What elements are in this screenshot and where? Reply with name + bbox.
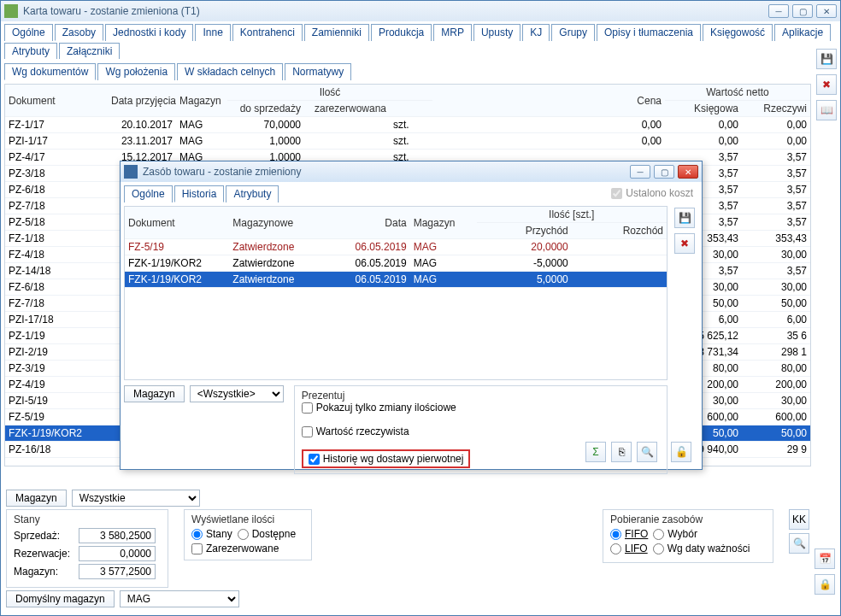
resource-dialog: Zasób towaru - zostanie zmieniony ─ ▢ ✕ …	[120, 161, 703, 470]
unlock-icon[interactable]: 🔓	[671, 442, 691, 462]
tab-inne[interactable]: Inne	[195, 24, 230, 41]
dialog-icon	[124, 165, 138, 179]
dostepne-radio[interactable]: Dostępne	[238, 528, 296, 540]
pobieranie-legend: Pobieranie zasobów	[610, 513, 766, 525]
dialog-magazyn-select[interactable]: <Wszystkie>	[190, 385, 284, 402]
table-row[interactable]: FZ-5/19Zatwierdzone06.05.2019MAG20,0000	[125, 239, 667, 255]
opt-historia-pierwotna[interactable]: Historię wg dostawy pierwotnej	[309, 453, 464, 465]
sprzedaz-value[interactable]	[79, 528, 156, 543]
dcol-przychod[interactable]: Przychód	[477, 223, 572, 239]
kk-button[interactable]: KK	[789, 509, 809, 530]
subtab-wg-po-o-enia[interactable]: Wg położenia	[97, 63, 175, 80]
ustalono-koszt-check[interactable]: Ustalono koszt	[611, 187, 693, 199]
book-icon[interactable]: 📖	[816, 100, 837, 120]
col-ksieg[interactable]: Księgowa	[665, 101, 742, 117]
tab-zamienniki[interactable]: Zamienniki	[304, 24, 369, 41]
tab-upusty[interactable]: Upusty	[473, 24, 520, 41]
table-row[interactable]: FZK-1/19/KOR2Zatwierdzone06.05.2019MAG5,…	[125, 272, 667, 288]
wybor-radio[interactable]: Wybór	[653, 528, 697, 540]
stany-legend: Stany	[14, 513, 161, 525]
magazyn-qty-value[interactable]	[79, 564, 156, 579]
tab-opisy-i-t-umaczenia[interactable]: Opisy i tłumaczenia	[597, 24, 701, 41]
col-dokument[interactable]: Dokument	[5, 85, 108, 117]
magazyn-filter-button[interactable]: Magazyn	[6, 490, 67, 507]
dialog-close-button[interactable]: ✕	[678, 165, 698, 179]
col-data[interactable]: Data przyjęcia	[108, 85, 176, 117]
zoom-icon[interactable]: 🔍	[637, 442, 657, 462]
default-magazyn-select[interactable]: MAG	[120, 590, 239, 607]
tab-atrybuty[interactable]: Atrybuty	[4, 43, 57, 59]
col-rzecz[interactable]: Rzeczywi	[742, 101, 810, 117]
fifo-radio[interactable]: FIFO	[610, 528, 648, 540]
dialog-maximize-button[interactable]: ▢	[654, 165, 674, 179]
tab-zasoby[interactable]: Zasoby	[55, 24, 103, 41]
dialog-save-icon[interactable]: 💾	[674, 208, 695, 228]
magazyn-filter-select[interactable]: Wszystkie	[72, 490, 200, 507]
dialog-tab-atrybuty[interactable]: Atrybuty	[226, 185, 279, 202]
tab-za-czniki[interactable]: Załączniki	[59, 43, 120, 59]
opt-pokazuj-zmiany[interactable]: Pokazuj tylko zmiany ilościowe	[302, 402, 660, 414]
sigma-icon[interactable]: Σ	[585, 442, 606, 462]
maximize-button[interactable]: ▢	[792, 4, 813, 18]
col-wartnetto[interactable]: Wartość netto	[665, 85, 810, 101]
subtab-wg-dokument-w[interactable]: Wg dokumentów	[4, 63, 96, 80]
dcol-magazyn[interactable]: Magazyn	[410, 207, 477, 239]
stany-radio[interactable]: Stany	[191, 528, 232, 540]
dcol-rozchod[interactable]: Rozchód	[572, 223, 667, 239]
subtab-w-sk-adach-celnych[interactable]: W składach celnych	[177, 63, 283, 80]
dcol-data[interactable]: Data	[334, 207, 410, 239]
wyswietlane-group: Wyświetlane ilości Stany Dostępne Zareze…	[184, 509, 312, 560]
col-magazyn[interactable]: Magazyn	[176, 85, 227, 117]
sub-tab-row: Wg dokumentówWg położeniaW składach celn…	[1, 61, 840, 80]
zarezerwowane-check[interactable]: Zarezerwowane	[191, 543, 304, 554]
dcol-dokument[interactable]: Dokument	[125, 207, 229, 239]
col-zarez[interactable]: zarezerwowana	[304, 101, 390, 117]
tab-aplikacje[interactable]: Aplikacje	[774, 24, 831, 41]
col-ilosc[interactable]: Ilość	[227, 85, 432, 101]
tab-kj[interactable]: KJ	[522, 24, 550, 41]
app-icon	[4, 4, 18, 18]
tab-og-lne[interactable]: Ogólne	[4, 24, 53, 41]
save-icon[interactable]: 💾	[816, 49, 837, 69]
subtab-normatywy[interactable]: Normatywy	[285, 63, 351, 80]
wyswietlane-legend: Wyświetlane ilości	[191, 513, 304, 525]
tab-mrp[interactable]: MRP	[433, 24, 472, 41]
lifo-radio[interactable]: LIFO	[610, 543, 648, 554]
col-dosprz[interactable]: do sprzedaży	[227, 101, 304, 117]
dialog-minimize-button[interactable]: ─	[630, 165, 650, 179]
dialog-title: Zasób towaru - zostanie zmieniony	[143, 166, 630, 178]
tab-ksi-gowo-[interactable]: Księgowość	[703, 24, 773, 41]
side-toolbar: 💾 ✖ 📖	[816, 49, 837, 120]
dialog-tab-historia[interactable]: Historia	[174, 185, 225, 202]
stany-group: Stany Sprzedaż: Rezerwacje: Magazyn:	[6, 509, 168, 588]
opt-historia-highlight: Historię wg dostawy pierwotnej	[302, 449, 471, 468]
tab-produkcja[interactable]: Produkcja	[371, 24, 432, 41]
dcol-ilosc[interactable]: Ilość [szt.]	[477, 207, 667, 223]
search-icon[interactable]: 🔍	[789, 533, 809, 554]
dialog-tab-ogólne[interactable]: Ogólne	[124, 185, 173, 202]
col-cena[interactable]: Cena	[614, 85, 665, 117]
wgdaty-radio[interactable]: Wg daty ważności	[653, 543, 750, 554]
bottom-panel: Magazyn Wszystkie Stany Sprzedaż: Rezerw…	[6, 487, 809, 610]
minimize-button[interactable]: ─	[768, 4, 789, 18]
export-icon[interactable]: ⎘	[611, 442, 632, 462]
dialog-delete-icon[interactable]: ✖	[674, 233, 695, 254]
dialog-magazyn-button[interactable]: Magazyn	[124, 385, 185, 402]
calendar-icon[interactable]: 📅	[815, 549, 835, 569]
close-button[interactable]: ✕	[816, 4, 837, 18]
table-row[interactable]: PZI-1/1723.11.2017MAG1,0000szt.0,000,000…	[5, 133, 810, 150]
default-magazyn-button[interactable]: Domyślny magazyn	[6, 590, 115, 607]
dialog-grid[interactable]: Dokument Magazynowe Data Magazyn Ilość […	[124, 206, 668, 380]
opt-wartosc-rzeczywista[interactable]: Wartość rzeczywista	[302, 425, 660, 437]
table-row[interactable]: FZ-1/1720.10.2017MAG70,0000szt.0,000,000…	[5, 117, 810, 133]
magazyn-qty-label: Magazyn:	[14, 566, 74, 578]
dcol-magazynowe[interactable]: Magazynowe	[229, 207, 333, 239]
rezerwacje-value[interactable]	[79, 546, 156, 561]
lock-icon[interactable]: 🔒	[815, 574, 835, 595]
tab-jednostki-i-kody[interactable]: Jednostki i kody	[105, 24, 193, 41]
table-row[interactable]: FZK-1/19/KOR2Zatwierdzone06.05.2019MAG-5…	[125, 255, 667, 272]
prezentuj-legend: Prezentuj	[302, 390, 660, 402]
tab-kontrahenci[interactable]: Kontrahenci	[232, 24, 303, 41]
tab-grupy[interactable]: Grupy	[551, 24, 595, 41]
delete-icon[interactable]: ✖	[816, 74, 837, 95]
